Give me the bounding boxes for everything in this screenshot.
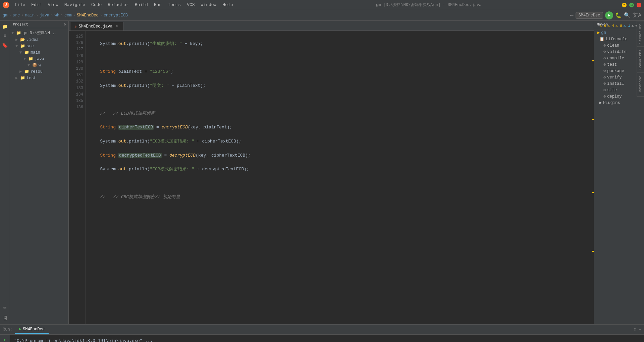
run-panel-header: Run: ▶ SM4EncDec ⚙ − xyxy=(0,325,644,335)
close-button[interactable]: × xyxy=(637,3,641,7)
maven-lifecycle[interactable]: 📋 Lifecycle xyxy=(595,36,643,42)
menu-window[interactable]: Window xyxy=(198,2,219,8)
warning-6: ⚠ 6 xyxy=(599,23,606,28)
menu-vcs[interactable]: VCS xyxy=(184,2,197,8)
console-cmd: "C:\Program Files\Java\jdk1.8.0_191\bin\… xyxy=(14,337,640,342)
code-editor[interactable]: 125 126 127 128 129 130 131 132 133 134 … xyxy=(69,31,590,324)
menu-edit[interactable]: Edit xyxy=(29,2,44,8)
sidebar-icons: 📁 ≡ 🔖 ⌨ 🗄 xyxy=(0,21,10,324)
tree-item-gm[interactable]: ▼ 📁 gm D:\资料\M... xyxy=(10,30,68,37)
maven-verify[interactable]: ⚙ verify xyxy=(595,74,643,80)
window-title: gm [D:\资料\MD\密码学实战\gm] - SM4EncDec.java xyxy=(236,2,622,8)
maven-site[interactable]: ⚙ site xyxy=(595,87,643,93)
tree-item-idea[interactable]: ▶ 📂 .idea xyxy=(10,37,68,43)
editor-area: ☕ SM4EncDec.java × ⚠ 6 ⚠ 4 ⚠ 8 ⚠ 1 ▲ ▼ 1… xyxy=(69,21,594,324)
menu-navigate[interactable]: Navigate xyxy=(62,2,88,8)
structure-icon[interactable]: ≡ xyxy=(1,32,9,40)
run-minimize-icon[interactable]: − xyxy=(639,327,641,332)
warning-1: ⚠ 1 xyxy=(624,23,630,28)
terminal-sidebar-icon[interactable]: ⌨ xyxy=(1,303,9,312)
tree-item-w[interactable]: ▼ 📦 w xyxy=(10,62,68,68)
tree-item-resou[interactable]: ▶ 📁 resou xyxy=(10,68,68,75)
tree-item-test[interactable]: ▶ 📁 test xyxy=(10,75,68,81)
right-tab-database[interactable]: Database xyxy=(637,73,644,97)
code-content: System.out.println("生成的密钥: " + key); Str… xyxy=(86,31,590,324)
editor-tab-sm4[interactable]: ☕ SM4EncDec.java × xyxy=(70,22,123,31)
panel-settings-icon[interactable]: ⚙ xyxy=(63,22,66,26)
nav-bar: gm › src › main › java › wh › com › SM4E… xyxy=(0,10,644,21)
maven-compile[interactable]: ⚙ compile xyxy=(595,55,643,61)
maven-validate[interactable]: ⚙ validate xyxy=(595,49,643,55)
maven-install[interactable]: ⚙ install xyxy=(595,80,643,87)
maven-test[interactable]: ⚙ test xyxy=(595,61,643,68)
project-panel-header: Project ⚙ xyxy=(10,21,68,28)
menu-file[interactable]: File xyxy=(12,2,28,8)
run-panel-content: ▶ ▲ ▼ ■ ↺ ↩ ⊞ ⚙ 🗑 "C:\Program Files\Java… xyxy=(0,335,644,342)
run-button[interactable]: ▶ xyxy=(605,11,613,19)
project-label: Project xyxy=(13,22,28,26)
menu-code[interactable]: Code xyxy=(89,2,104,8)
breadcrumb-main[interactable]: main xyxy=(25,13,35,18)
right-tab-structure[interactable]: Structure xyxy=(637,21,644,47)
breadcrumb-sm4[interactable]: SM4EncDec xyxy=(77,13,99,18)
project-icon[interactable]: 📁 xyxy=(1,22,9,31)
menu-bar: J File Edit View Navigate Code Refactor … xyxy=(0,0,644,10)
tab-close-button[interactable]: × xyxy=(114,24,119,29)
warning-4: ⚠ 4 xyxy=(607,23,614,28)
scroll-gutter xyxy=(590,31,594,324)
breadcrumb-com[interactable]: com xyxy=(64,13,72,18)
app-logo: J xyxy=(3,2,9,8)
nav-bar-right: ← SM4EncDec ▶ 🐛 🔍 文A xyxy=(570,11,641,19)
warning-nav-up[interactable]: ▲ xyxy=(632,24,634,28)
bookmark-icon[interactable]: 🔖 xyxy=(1,41,9,50)
maven-deploy[interactable]: ⚙ deploy xyxy=(595,93,643,100)
maven-plugins[interactable]: ▶ Plugins xyxy=(595,100,643,106)
search-button[interactable]: 🔍 xyxy=(624,12,631,19)
maven-gm[interactable]: ▶ gm xyxy=(595,30,643,36)
warning-counts: ⚠ 6 ⚠ 4 ⚠ 8 ⚠ 1 ▲ ▼ xyxy=(599,23,637,28)
breadcrumb-gm[interactable]: gm xyxy=(3,13,7,18)
menu-tools[interactable]: Tools xyxy=(165,2,183,8)
database-icon[interactable]: 🗄 xyxy=(1,314,9,323)
breadcrumb-wh[interactable]: wh xyxy=(54,13,59,18)
tree-item-src[interactable]: ▼ 📁 src xyxy=(10,43,68,49)
maven-clean[interactable]: ⚙ clean xyxy=(595,42,643,49)
menu-view[interactable]: View xyxy=(45,2,61,8)
back-button[interactable]: ← xyxy=(570,12,574,19)
menu-refactor[interactable]: Refactor xyxy=(105,2,131,8)
menu-build[interactable]: Build xyxy=(132,2,151,8)
editor-wrapper: 125 126 127 128 129 130 131 132 133 134 … xyxy=(69,31,594,324)
maven-package[interactable]: ⚙ package xyxy=(595,68,643,74)
minimize-button[interactable]: − xyxy=(622,3,627,7)
menu-items: File Edit View Navigate Code Refactor Bu… xyxy=(12,2,236,8)
warning-8: ⚠ 8 xyxy=(615,23,622,28)
editor-tab-bar: ☕ SM4EncDec.java × ⚠ 6 ⚠ 4 ⚠ 8 ⚠ 1 ▲ ▼ xyxy=(69,21,594,31)
run-tab-sm4[interactable]: ▶ SM4EncDec xyxy=(15,325,49,334)
breadcrumb-method[interactable]: encryptECB xyxy=(104,13,128,18)
debug-button[interactable]: 🐛 xyxy=(615,12,622,19)
run-settings-icon[interactable]: ⚙ xyxy=(634,327,636,332)
breadcrumb-java[interactable]: java xyxy=(40,13,49,18)
console-output: "C:\Program Files\Java\jdk1.8.0_191\bin\… xyxy=(10,335,644,342)
right-side-tabs: Structure Bookmarks Database xyxy=(637,21,644,97)
right-tab-bookmarks[interactable]: Bookmarks xyxy=(637,47,644,72)
maximize-button[interactable]: □ xyxy=(629,3,634,7)
menu-help[interactable]: Help xyxy=(220,2,235,8)
line-numbers: 125 126 127 128 129 130 131 132 133 134 … xyxy=(69,31,86,324)
tree-item-java[interactable]: ▼ 📁 java xyxy=(10,56,68,62)
breadcrumb: gm › src › main › java › wh › com › SM4E… xyxy=(3,13,128,18)
translate-icon[interactable]: 文A xyxy=(633,12,641,19)
breadcrumb-src[interactable]: src xyxy=(13,13,20,18)
project-tree: ▼ 📁 gm D:\资料\M... ▶ 📂 .idea ▼ 📁 src ▼ 📁 … xyxy=(10,28,68,324)
window-controls: − □ × xyxy=(622,3,641,7)
run-toolbar: ▶ ▲ ▼ ■ ↺ ↩ ⊞ ⚙ 🗑 xyxy=(0,335,10,342)
run-panel: Run: ▶ SM4EncDec ⚙ − ▶ ▲ ▼ ■ ↺ ↩ ⊞ ⚙ 🗑 "… xyxy=(0,324,644,342)
project-panel: Project ⚙ ▼ 📁 gm D:\资料\M... ▶ 📂 .idea ▼ … xyxy=(10,21,69,324)
run-config[interactable]: SM4EncDec xyxy=(576,12,603,19)
run-play-button[interactable]: ▶ xyxy=(1,336,9,342)
menu-run[interactable]: Run xyxy=(151,2,164,8)
run-header-label: Run: xyxy=(3,327,12,332)
tree-item-main[interactable]: ▼ 📁 main xyxy=(10,49,68,56)
